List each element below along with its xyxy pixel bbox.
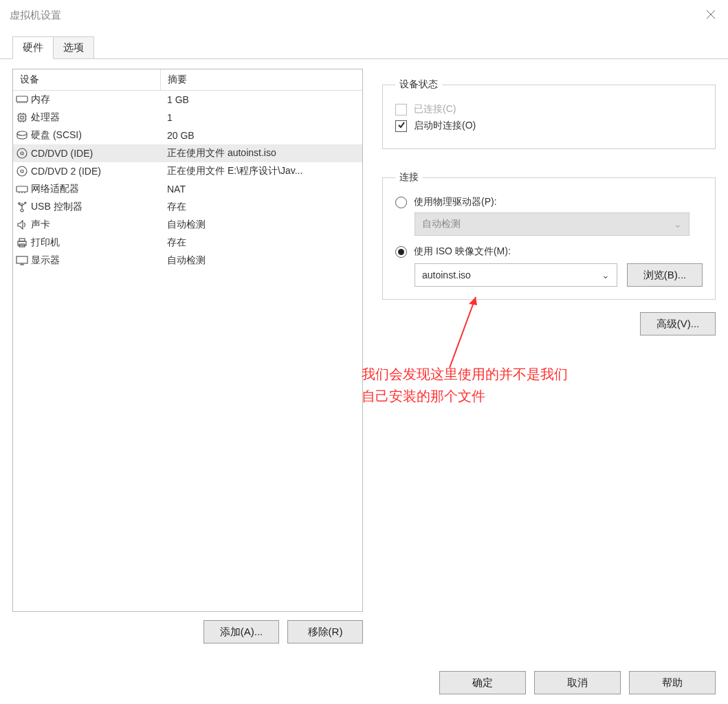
tab-hardware[interactable]: 硬件 [12, 36, 54, 59]
svg-rect-2 [16, 96, 27, 102]
add-button[interactable]: 添加(A)... [203, 620, 279, 644]
physical-drive-combo: 自动检测 ⌄ [415, 212, 690, 236]
use-physical-label: 使用物理驱动器(P): [414, 196, 497, 208]
device-summary: NAT [161, 184, 362, 195]
cpu-icon [13, 112, 31, 123]
svg-point-27 [21, 209, 23, 212]
connected-checkbox [395, 104, 407, 116]
iso-file-combo[interactable]: autoinst.iso ⌄ [415, 263, 617, 287]
device-name: 内存 [31, 94, 161, 106]
svg-line-40 [450, 297, 476, 368]
device-name: 网络适配器 [31, 183, 161, 195]
network-icon [13, 184, 31, 194]
device-summary: 1 [161, 112, 362, 123]
usb-icon [13, 201, 31, 212]
help-button[interactable]: 帮助 [629, 671, 716, 694]
device-name: 显示器 [31, 254, 161, 267]
annotation: 我们会发现这里使用的并不是我们 自己安装的那个文件 [362, 363, 716, 407]
connected-label: 已连接(C) [414, 103, 456, 116]
cancel-button[interactable]: 取消 [534, 671, 621, 694]
column-summary: 摘要 [161, 69, 362, 90]
window-title: 虚拟机设置 [10, 9, 61, 22]
annotation-line2: 自己安装的那个文件 [362, 385, 716, 407]
device-row[interactable]: 显示器自动检测 [13, 252, 362, 270]
use-physical-radio[interactable] [395, 197, 407, 208]
chevron-down-icon[interactable]: ⌄ [602, 270, 610, 280]
svg-rect-23 [16, 186, 27, 192]
device-summary: 1 GB [161, 94, 362, 105]
svg-marker-33 [18, 221, 23, 229]
use-iso-radio[interactable] [395, 246, 407, 258]
device-name: 声卡 [31, 219, 161, 231]
device-row[interactable]: CD/DVD (IDE)正在使用文件 autoinst.iso [13, 144, 362, 162]
svg-rect-9 [21, 116, 23, 119]
remove-button[interactable]: 移除(R) [287, 620, 363, 644]
device-state-legend: 设备状态 [395, 78, 442, 91]
device-name: 处理器 [31, 111, 161, 124]
device-row[interactable]: 打印机存在 [13, 234, 362, 252]
ok-button[interactable]: 确定 [439, 671, 526, 694]
device-summary: 自动检测 [161, 219, 362, 231]
device-name: CD/DVD (IDE) [31, 148, 161, 159]
chevron-down-icon: ⌄ [674, 219, 682, 230]
use-iso-label: 使用 ISO 映像文件(M): [414, 245, 511, 258]
physical-drive-value: 自动检测 [422, 218, 461, 230]
device-state-group: 设备状态 已连接(C) 启动时连接(O) [382, 78, 716, 149]
svg-rect-37 [16, 256, 27, 263]
device-summary: 正在使用文件 E:\程序设计\Jav... [161, 165, 362, 177]
connection-legend: 连接 [395, 171, 423, 184]
svg-point-20 [21, 152, 23, 155]
device-name: USB 控制器 [31, 201, 161, 213]
device-row[interactable]: 网络适配器NAT [13, 180, 362, 198]
svg-point-19 [17, 148, 27, 158]
annotation-line1: 我们会发现这里使用的并不是我们 [362, 363, 716, 385]
printer-icon [13, 237, 31, 248]
connect-at-poweron-label: 启动时连接(O) [414, 120, 476, 132]
memory-icon [13, 96, 31, 104]
svg-point-18 [17, 131, 27, 135]
connection-group: 连接 使用物理驱动器(P): 自动检测 ⌄ 使用 ISO 映像文件(M): au… [382, 171, 716, 300]
device-summary: 存在 [161, 201, 362, 213]
disk-icon [13, 131, 31, 140]
browse-button[interactable]: 浏览(B)... [627, 263, 703, 287]
device-row[interactable]: CD/DVD 2 (IDE)正在使用文件 E:\程序设计\Jav... [13, 162, 362, 180]
sound-icon [13, 219, 31, 230]
device-row[interactable]: 硬盘 (SCSI)20 GB [13, 126, 362, 144]
svg-point-21 [17, 166, 27, 176]
disc-icon [13, 148, 31, 159]
device-list: 设备 摘要 内存1 GB处理器1硬盘 (SCSI)20 GBCD/DVD (ID… [12, 69, 363, 612]
disc-icon [13, 166, 31, 177]
svg-point-32 [25, 202, 26, 204]
device-name: CD/DVD 2 (IDE) [31, 166, 161, 177]
device-summary: 存在 [161, 236, 362, 249]
tab-options[interactable]: 选项 [54, 36, 94, 59]
close-icon[interactable] [705, 8, 717, 21]
device-summary: 自动检测 [161, 254, 362, 267]
device-row[interactable]: USB 控制器存在 [13, 198, 362, 216]
device-name: 打印机 [31, 236, 161, 249]
device-summary: 正在使用文件 autoinst.iso [161, 147, 362, 160]
svg-point-22 [21, 170, 23, 173]
column-device: 设备 [13, 69, 161, 90]
iso-file-value: autoinst.iso [422, 270, 471, 280]
svg-marker-41 [469, 297, 477, 305]
display-icon [13, 256, 31, 265]
advanced-button[interactable]: 高级(V)... [640, 312, 716, 336]
device-name: 硬盘 (SCSI) [31, 129, 161, 142]
device-row[interactable]: 处理器1 [13, 109, 362, 126]
device-row[interactable]: 声卡自动检测 [13, 216, 362, 234]
svg-rect-31 [19, 203, 20, 204]
device-summary: 20 GB [161, 130, 362, 141]
svg-rect-8 [19, 114, 25, 121]
svg-rect-34 [19, 239, 25, 241]
device-row[interactable]: 内存1 GB [13, 91, 362, 109]
connect-at-poweron-checkbox[interactable] [395, 120, 407, 132]
